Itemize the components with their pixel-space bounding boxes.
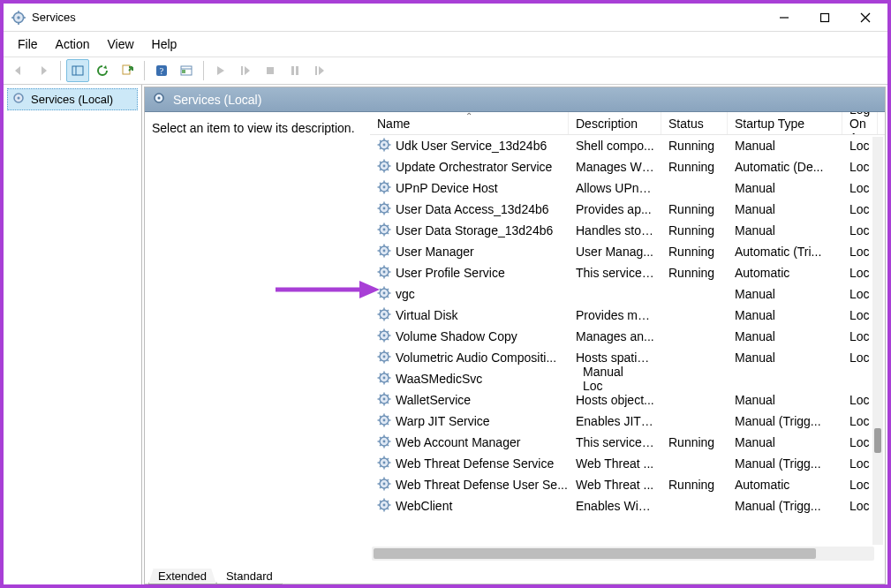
refresh-button[interactable] xyxy=(91,59,114,82)
col-logon[interactable]: Log On As xyxy=(842,112,878,134)
service-desc: Manages Wi... xyxy=(569,160,661,174)
svg-line-106 xyxy=(380,296,381,298)
svg-line-105 xyxy=(387,296,389,298)
scrollbar-thumb[interactable] xyxy=(374,548,816,559)
menu-help[interactable]: Help xyxy=(143,34,186,55)
properties-button[interactable] xyxy=(175,59,198,82)
service-row[interactable]: Update Orchestrator ServiceManages Wi...… xyxy=(370,156,885,177)
help-button[interactable]: ? xyxy=(150,59,173,82)
service-startup: Manual xyxy=(728,393,842,407)
service-startup: Manual xyxy=(728,202,842,216)
show-hide-tree-button[interactable] xyxy=(66,59,89,82)
svg-point-169 xyxy=(383,440,386,442)
svg-line-96 xyxy=(380,275,381,276)
service-row[interactable]: Web Threat Defense User Se...Web Threat … xyxy=(370,474,885,495)
service-startup: Manual xyxy=(728,223,842,237)
gear-icon xyxy=(11,91,26,108)
service-desc: Hosts object... xyxy=(569,393,661,407)
scrollbar-thumb[interactable] xyxy=(874,428,881,453)
service-startup: Manual xyxy=(728,181,842,195)
col-startup[interactable]: Startup Type xyxy=(728,112,842,134)
service-startup: Automatic (De... xyxy=(728,160,842,174)
menu-file[interactable]: File xyxy=(9,34,47,55)
col-description[interactable]: Description xyxy=(569,112,661,134)
service-row[interactable]: User Data Access_13d24b6Provides ap...Ru… xyxy=(370,199,885,220)
service-logon: Loc xyxy=(576,379,611,393)
service-row[interactable]: Web Threat Defense ServiceWeb Threat ...… xyxy=(370,453,885,474)
svg-line-156 xyxy=(380,402,381,403)
svg-line-34 xyxy=(380,140,381,142)
svg-point-159 xyxy=(383,418,386,421)
service-name: Virtual Disk xyxy=(396,308,458,322)
service-status: Running xyxy=(661,245,728,259)
svg-line-194 xyxy=(380,479,381,481)
tab-standard[interactable]: Standard xyxy=(216,568,283,584)
svg-line-197 xyxy=(387,479,389,481)
service-row[interactable]: Udk User Service_13d24b6Shell compo...Ru… xyxy=(370,135,885,156)
service-row[interactable]: Warp JIT ServiceEnables JIT c...Manual (… xyxy=(370,411,885,432)
svg-line-104 xyxy=(380,289,381,290)
gear-icon xyxy=(377,477,391,494)
back-button[interactable] xyxy=(7,59,30,82)
maximize-button[interactable] xyxy=(804,4,845,31)
close-button[interactable] xyxy=(845,4,886,31)
svg-line-146 xyxy=(380,381,381,382)
svg-line-136 xyxy=(380,359,381,361)
service-row[interactable]: WaaSMedicSvcManualLoc xyxy=(370,368,885,389)
gear-icon xyxy=(377,371,391,388)
svg-line-127 xyxy=(387,331,389,333)
svg-line-187 xyxy=(387,458,389,460)
description-prompt: Select an item to view its description. xyxy=(152,121,355,135)
service-row[interactable]: User Data Storage_13d24b6Handles stor...… xyxy=(370,220,885,241)
svg-line-196 xyxy=(380,486,381,488)
service-row[interactable]: vgcManualLoc xyxy=(370,283,885,305)
service-name: Web Threat Defense User Se... xyxy=(396,478,568,492)
service-row[interactable]: UPnP Device HostAllows UPnP ...ManualLoc xyxy=(370,177,885,199)
restart-service-button[interactable] xyxy=(308,59,331,82)
forward-button[interactable] xyxy=(32,59,55,82)
menu-view[interactable]: View xyxy=(98,34,142,55)
export-list-button[interactable] xyxy=(116,59,139,82)
start-service-button[interactable] xyxy=(209,59,232,82)
service-desc: Allows UPnP ... xyxy=(569,181,661,195)
service-status: Running xyxy=(661,266,728,280)
svg-line-35 xyxy=(387,147,389,149)
service-row[interactable]: Web Account ManagerThis service i...Runn… xyxy=(370,432,885,453)
vertical-scrollbar[interactable] xyxy=(872,137,883,545)
horizontal-scrollbar[interactable] xyxy=(372,547,874,561)
svg-line-175 xyxy=(387,444,389,446)
pause-service-button[interactable] xyxy=(283,59,306,82)
col-status[interactable]: Status xyxy=(661,112,728,134)
svg-line-97 xyxy=(387,268,389,269)
svg-point-109 xyxy=(383,313,386,315)
gear-icon xyxy=(377,392,391,409)
svg-line-204 xyxy=(380,501,381,502)
bottom-tabs: Extended Standard xyxy=(145,564,885,584)
service-row[interactable]: User Profile ServiceThis service i...Run… xyxy=(370,262,885,283)
service-name: WaaSMedicSvc xyxy=(396,372,482,386)
svg-point-69 xyxy=(383,228,386,230)
stop-service-button[interactable] xyxy=(259,59,282,82)
resume-service-button[interactable] xyxy=(234,59,257,82)
service-row[interactable]: WebClientEnables Win...Manual (Trigg...L… xyxy=(370,495,885,516)
svg-point-59 xyxy=(383,207,386,209)
column-headers: Name ⌃ Description Status Startup Type L… xyxy=(370,112,885,135)
minimize-button[interactable] xyxy=(764,4,804,31)
service-row[interactable]: User ManagerUser Manag...RunningAutomati… xyxy=(370,241,885,262)
gear-icon xyxy=(377,222,391,239)
gear-icon xyxy=(377,350,391,366)
svg-line-185 xyxy=(387,465,389,467)
service-row[interactable]: Virtual DiskProvides ma...ManualLoc xyxy=(370,305,885,326)
gear-icon xyxy=(377,201,391,218)
col-name[interactable]: Name ⌃ xyxy=(370,112,569,134)
service-desc: Hosts spatial... xyxy=(569,351,661,365)
service-row[interactable]: Volume Shadow CopyManages an...ManualLoc xyxy=(370,326,885,347)
tab-extended[interactable]: Extended xyxy=(148,568,216,584)
service-row[interactable]: WalletServiceHosts object...ManualLoc xyxy=(370,389,885,411)
service-status: Running xyxy=(661,139,728,153)
services-list: Name ⌃ Description Status Startup Type L… xyxy=(370,112,885,564)
nav-services-local[interactable]: Services (Local) xyxy=(7,88,138,110)
menu-action[interactable]: Action xyxy=(47,34,99,55)
service-startup: Manual (Trigg... xyxy=(728,414,842,428)
svg-point-29 xyxy=(383,143,386,146)
